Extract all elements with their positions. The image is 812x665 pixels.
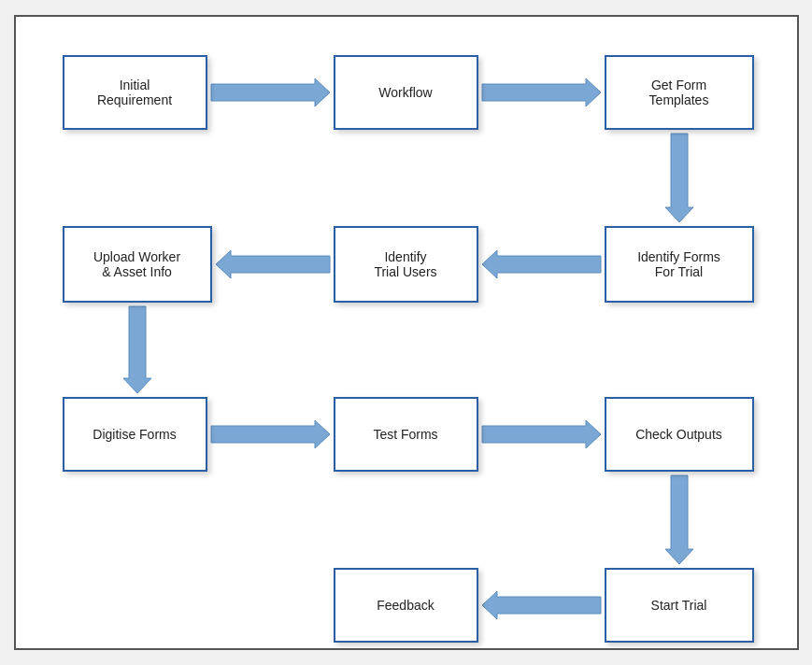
test-forms: Test Forms — [334, 397, 478, 472]
digitise-forms: Digitise Forms — [63, 397, 207, 472]
upload-worker: Upload Worker & Asset Info — [63, 226, 212, 303]
diagram-container: Initial RequirementWorkflowGet Form Temp… — [14, 15, 799, 650]
feedback: Feedback — [334, 568, 478, 643]
identify-trial-users: Identify Trial Users — [334, 226, 478, 303]
identify-forms-trial: Identify Forms For Trial — [605, 226, 754, 303]
start-trial: Start Trial — [605, 568, 754, 643]
workflow: Workflow — [334, 55, 478, 130]
initial-requirement: Initial Requirement — [63, 55, 207, 130]
get-form-templates: Get Form Templates — [605, 55, 754, 130]
check-outputs: Check Outputs — [605, 397, 754, 472]
